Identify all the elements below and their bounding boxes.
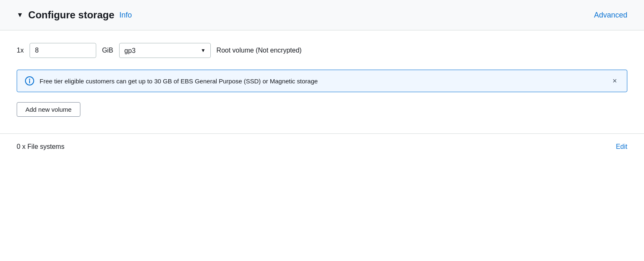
volume-type-select[interactable]: gp3 gp2 io1 io2 sc1 st1 standard	[119, 43, 211, 58]
info-link[interactable]: Info	[120, 11, 132, 20]
banner-close-button[interactable]: ×	[610, 76, 619, 85]
advanced-link[interactable]: Advanced	[594, 11, 627, 20]
volume-label: Root volume (Not encrypted)	[217, 47, 302, 54]
configure-storage-section: ▼ Configure storage Info Advanced 1x GiB…	[0, 0, 644, 261]
file-systems-row: 0 x File systems Edit	[0, 134, 644, 160]
file-systems-label: 0 x File systems	[17, 143, 65, 151]
header-left: ▼ Configure storage Info	[17, 9, 132, 21]
volume-unit: GiB	[102, 47, 113, 54]
info-circle-icon	[25, 76, 35, 86]
collapse-icon[interactable]: ▼	[17, 11, 23, 19]
section-content: 1x GiB gp3 gp2 io1 io2 sc1 st1 standard …	[0, 30, 644, 129]
info-banner-text: Free tier eligible customers can get up …	[40, 78, 318, 85]
volume-row: 1x GiB gp3 gp2 io1 io2 sc1 st1 standard …	[17, 43, 627, 58]
info-banner-left: Free tier eligible customers can get up …	[25, 76, 318, 86]
add-new-volume-button[interactable]: Add new volume	[17, 102, 80, 117]
info-banner: Free tier eligible customers can get up …	[17, 70, 627, 92]
file-systems-edit-link[interactable]: Edit	[616, 143, 627, 151]
volume-multiplier: 1x	[17, 47, 24, 54]
volume-size-input[interactable]	[30, 43, 96, 58]
section-header: ▼ Configure storage Info Advanced	[0, 0, 644, 30]
volume-type-select-wrapper: gp3 gp2 io1 io2 sc1 st1 standard ▼	[119, 43, 211, 58]
section-title: Configure storage	[28, 9, 115, 21]
